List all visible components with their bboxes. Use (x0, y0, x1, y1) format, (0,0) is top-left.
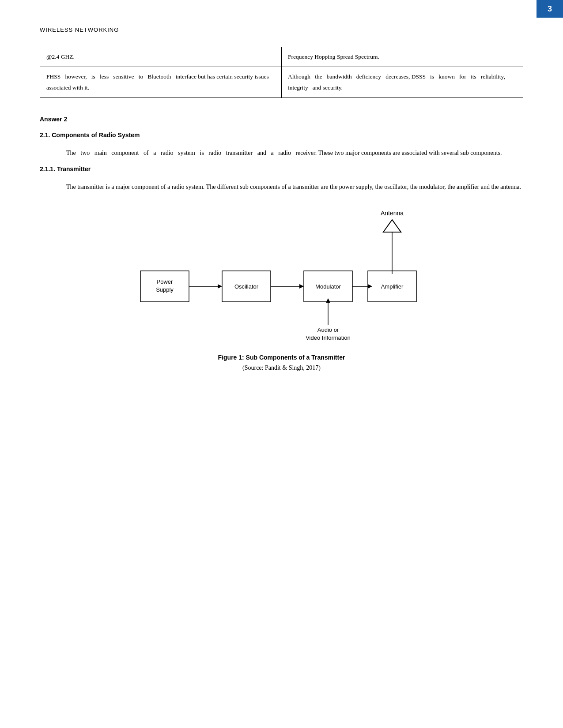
section-211-paragraph1: The transmitter is a major component of … (40, 181, 523, 192)
arrowhead-oscillator-modulator (299, 284, 304, 289)
comparison-table: @2.4 GHZ. Frequency Hopping Spread Spect… (40, 47, 523, 98)
figure-source: (Source: Pandit & Singh, 2017) (242, 364, 321, 372)
table-cell-right-2: Although the bandwidth deficiency decrea… (282, 67, 523, 98)
page: 3 WIRELESS NETWORKING @2.4 GHZ. Frequenc… (0, 0, 563, 728)
modulator-label: Modulator (315, 283, 341, 290)
section-21-paragraph1: The two main component of a radio system… (40, 147, 523, 158)
arrowhead-modulator-amplifier (368, 284, 372, 289)
arrowhead-audio-modulator (326, 298, 330, 303)
amplifier-label: Amplifier (381, 283, 403, 290)
figure-caption-text: Figure 1: Sub Components of a Transmitte… (218, 354, 345, 361)
answer2-section: Answer 2 2.1. Components of Radio System… (40, 116, 523, 380)
header-title: WIRELESS NETWORKING (40, 26, 119, 33)
transmitter-diagram: Antenna Power Supply (40, 206, 523, 380)
arrowhead-power-oscillator (218, 284, 222, 289)
table-row: FHSS however, is less sensitive to Bluet… (40, 67, 523, 98)
section-211-heading: 2.1.1. Transmitter (40, 165, 523, 173)
antenna-label: Antenna (380, 210, 403, 217)
section-21: 2.1. Components of Radio System The two … (40, 131, 523, 380)
section-21-heading: 2.1. Components of Radio System (40, 131, 523, 139)
table-cell-left-2: FHSS however, is less sensitive to Bluet… (40, 67, 282, 98)
page-number-badge: 3 (537, 0, 563, 18)
figure-caption: Figure 1: Sub Components of a Transmitte… (218, 354, 345, 361)
power-supply-label-line2: Supply (156, 286, 174, 293)
page-header: WIRELESS NETWORKING (40, 26, 523, 34)
audio-label-line1: Audio or (317, 326, 339, 333)
diagram-svg: Antenna Power Supply (127, 206, 436, 347)
audio-label-line2: Video Information (306, 334, 351, 341)
page-number: 3 (548, 4, 552, 14)
answer2-heading: Answer 2 (40, 116, 523, 123)
table-cell-left-1: @2.4 GHZ. (40, 47, 282, 67)
power-supply-label-line1: Power (156, 278, 173, 285)
figure-source-text: (Source: Pandit & Singh, 2017) (242, 364, 321, 371)
table-row: @2.4 GHZ. Frequency Hopping Spread Spect… (40, 47, 523, 67)
antenna-symbol (383, 220, 401, 232)
table-cell-right-1: Frequency Hopping Spread Spectrum. (282, 47, 523, 67)
oscillator-label: Oscillator (234, 283, 258, 290)
section-211: 2.1.1. Transmitter The transmitter is a … (40, 165, 523, 380)
